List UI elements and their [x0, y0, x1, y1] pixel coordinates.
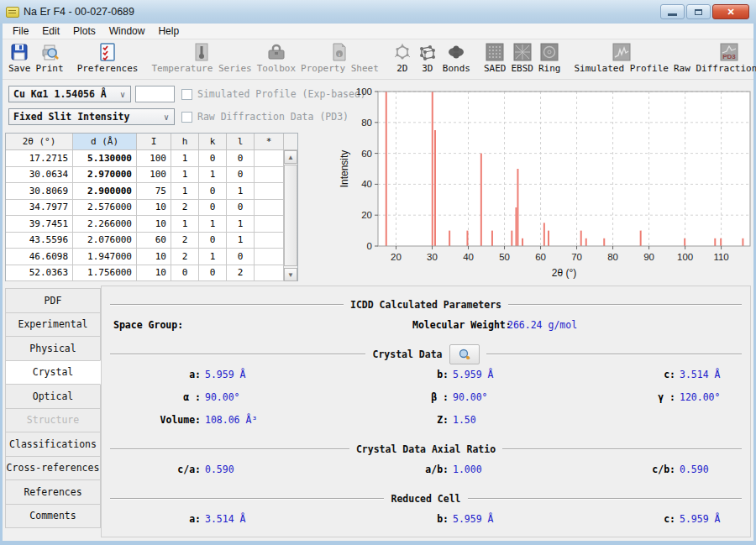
scrollbar-thumb[interactable] [284, 165, 297, 266]
sidebar-tab-pdf[interactable]: PDF [5, 288, 101, 313]
table-cell: 30.0634 [6, 167, 73, 184]
field: β :90.00° [358, 536, 585, 538]
field-label: Volume: [110, 414, 201, 426]
wavelength-select-value: Cu Kα1 1.54056 Å [13, 88, 107, 100]
sidebar-tab-classifications[interactable]: Classifications [5, 432, 101, 457]
svg-text:90: 90 [643, 252, 654, 262]
table-cell: 1 [199, 167, 227, 184]
table-cell: 2 [171, 249, 199, 265]
svg-text:80: 80 [607, 252, 618, 262]
wavelength-select[interactable]: Cu Kα1 1.54056 Å ∨ [8, 86, 131, 102]
table-cell: 0 [171, 265, 199, 282]
field: c/b:0.590 [585, 464, 742, 475]
table-cell [255, 265, 284, 282]
table-cell: 100 [137, 150, 171, 167]
toolbar-save-button[interactable]: Save [6, 40, 34, 79]
sidebar-tab-experimental[interactable]: Experimental [5, 312, 101, 338]
toolbar-bonds-button[interactable]: Bonds [440, 40, 473, 79]
table-cell: 10 [137, 200, 171, 217]
scroll-down-button[interactable]: ▼ [284, 268, 297, 281]
column-header-k[interactable]: k [199, 134, 227, 150]
section-title: Crystal Data [372, 348, 442, 360]
menu-help[interactable]: Help [151, 25, 186, 37]
table-cell: 1 [227, 183, 255, 200]
field-value: 108.06 Å³ [205, 414, 257, 426]
column-header-d[interactable]: d (Å) [73, 134, 137, 150]
table-cell: 1 [171, 183, 199, 200]
toolbar-simulated-profile-button[interactable]: Simulated Profile [571, 40, 671, 79]
table-row[interactable]: 39.74512.26600010111 [6, 216, 297, 233]
column-header-2theta[interactable]: 2θ (°) [6, 134, 73, 150]
toolbar-toolbox-button[interactable]: Toolbox [255, 40, 298, 79]
field-value: 5.959 Å [680, 513, 720, 525]
divider [502, 448, 742, 450]
table-cell: 0 [199, 265, 227, 282]
diffraction-stick-chart[interactable]: 20304050607080901001100204060801002θ (°)… [336, 81, 753, 282]
table-cell: 2 [171, 200, 199, 217]
field: α :120.00° [110, 536, 358, 538]
section-title: ICDD Calculated Parameters [350, 299, 501, 311]
toolbar-saed-button[interactable]: SAED [481, 40, 509, 79]
toolbar-print-button[interactable]: Print [34, 40, 66, 79]
field-value: 0.590 [680, 464, 709, 475]
toolbar-raw-diffraction-data-button[interactable]: PD3Raw Diffraction Data [671, 40, 756, 79]
table-row[interactable]: 30.80692.90000075101 [6, 183, 297, 200]
field-value: 90.00° [453, 536, 488, 538]
svg-text:Intensity: Intensity [339, 150, 350, 188]
table-cell [255, 249, 284, 265]
sidebar-tab-references[interactable]: References [5, 479, 101, 505]
table-row[interactable]: 17.27155.130000100100 [6, 150, 297, 167]
table-row[interactable]: 30.06342.970000100110 [6, 167, 297, 184]
sidebar-tab-cross-references[interactable]: Cross-references [5, 456, 101, 481]
menu-plots[interactable]: Plots [66, 25, 102, 37]
toolbar-preferences-button[interactable]: Preferences [75, 40, 141, 79]
raw-diffraction-checkbox[interactable]: Raw Diffraction Data (PD3) [181, 111, 349, 123]
toolbar-ring-button[interactable]: Ring [536, 40, 564, 79]
table-row[interactable]: 46.60981.94700010210 [6, 249, 297, 265]
table-header-row: 2θ (°)d (Å)Ihkl* [6, 134, 297, 150]
sidebar-tab-crystal[interactable]: Crystal [5, 360, 101, 385]
workspace: Cu Kα1 1.54056 Å ∨ Simulated Profile (Ex… [3, 81, 753, 286]
column-header-h[interactable]: h [171, 134, 199, 150]
table-row[interactable]: 43.55962.07600060201 [6, 233, 297, 249]
table-cell: 100 [137, 167, 171, 184]
toolbar-3d-button[interactable]: 3D [415, 40, 440, 79]
maximize-button[interactable] [686, 4, 711, 19]
field-label: a/b: [358, 464, 449, 475]
column-header-l[interactable]: l [227, 134, 255, 150]
table-cell: 10 [137, 216, 171, 233]
sidebar-tab-optical[interactable]: Optical [5, 384, 101, 409]
toolbar-2d-button[interactable]: 2D [390, 40, 415, 79]
table-cell [255, 216, 284, 233]
scroll-up-button[interactable]: ▲ [284, 150, 297, 164]
table-scrollbar[interactable]: ▲ ▼ [283, 150, 297, 281]
toolbar-ebsd-button[interactable]: EBSD [508, 40, 536, 79]
toolbar-property-sheet-button[interactable]: iProperty Sheet [298, 40, 381, 79]
table-cell: 1.947000 [73, 249, 137, 265]
field: Molecular Weight:266.24 g/mol [412, 319, 742, 331]
table-row[interactable]: 34.79772.57600010200 [6, 200, 297, 217]
divider [110, 354, 365, 355]
toolbar-button-label: Raw Diffraction Data [674, 63, 756, 74]
structure-viewer-button[interactable] [449, 344, 480, 364]
sidebar-tab-comments[interactable]: Comments [5, 504, 101, 529]
menu-window[interactable]: Window [102, 25, 152, 37]
table-cell [255, 150, 284, 167]
close-button[interactable]: ✕ [712, 4, 749, 19]
title-bar[interactable]: Na Er F4 - 00-027-0689 ✕ [0, 0, 756, 24]
field-value: 1.000 [453, 464, 482, 475]
toolbar-button-label: Preferences [77, 63, 139, 74]
menu-edit[interactable]: Edit [35, 25, 66, 37]
sidebar-tab-physical[interactable]: Physical [5, 336, 101, 361]
intensity-select[interactable]: Fixed Slit Intensity ∨ [8, 108, 175, 125]
column-header-star[interactable]: * [255, 134, 284, 150]
menu-file[interactable]: File [6, 25, 35, 37]
table-cell: 52.0363 [6, 265, 73, 282]
column-header-i[interactable]: I [137, 134, 171, 150]
table-row[interactable]: 52.03631.75600010002 [6, 265, 297, 282]
divider [110, 304, 344, 306]
minimize-button[interactable] [660, 4, 685, 19]
wavelength-input[interactable] [135, 86, 175, 102]
toolbar-temperature-series-button[interactable]: Temperature Series [149, 40, 254, 79]
field-value: 90.00° [205, 391, 240, 403]
